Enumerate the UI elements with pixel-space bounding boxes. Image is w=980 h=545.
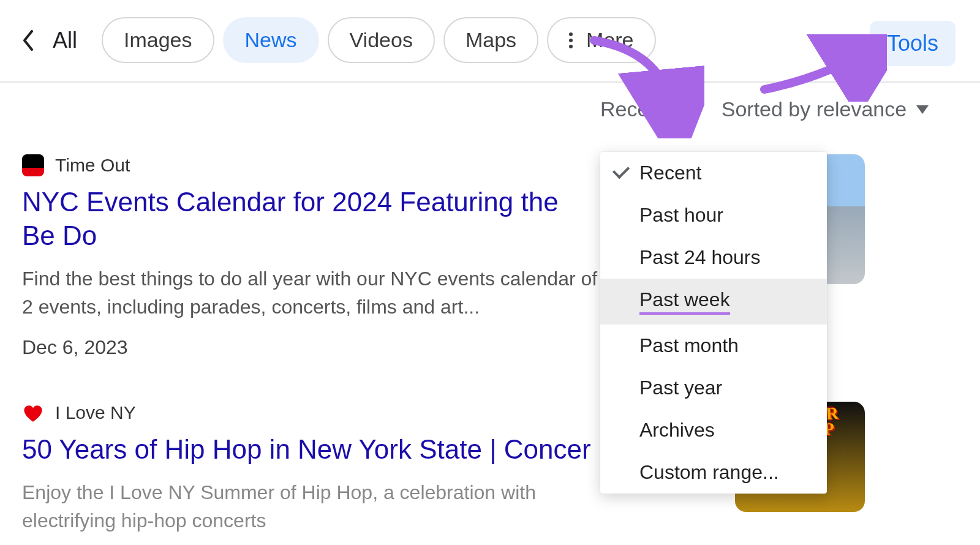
dd-option-label: Past 24 hours [639, 246, 760, 269]
tab-news-label: News [245, 28, 297, 52]
result-snippet: Enjoy the I Love NY Summer of Hip Hop, a… [22, 478, 610, 535]
results-list: Time Out NYC Events Calendar for 2024 Fe… [0, 154, 980, 535]
source-icon [22, 402, 44, 424]
filters-row: Recent Sorted by relevance [600, 83, 980, 136]
caret-down-icon [676, 105, 688, 114]
dd-option-label: Past week [639, 288, 730, 315]
back-button[interactable] [16, 28, 40, 53]
dd-option-past-week[interactable]: Past week [600, 279, 827, 325]
source-icon [22, 154, 44, 176]
dd-option-label: Recent [639, 162, 701, 184]
search-tabs: All Images News Videos Maps More Tools [0, 0, 980, 83]
tab-all[interactable]: All [53, 28, 77, 53]
result-title[interactable]: NYC Events Calendar for 2024 Featuring t… [22, 185, 598, 252]
tab-news[interactable]: News [223, 17, 319, 63]
result-snippet: Find the best things to do all year with… [22, 265, 610, 321]
caret-down-icon [916, 105, 929, 114]
tab-videos[interactable]: Videos [328, 17, 435, 63]
dd-option-label: Archives [639, 419, 715, 442]
dd-option-recent[interactable]: Recent [600, 152, 827, 194]
dd-option-label: Past year [639, 377, 722, 399]
sort-filter[interactable]: Sorted by relevance [722, 97, 929, 121]
more-dots-icon [569, 32, 573, 48]
dd-option-past-year[interactable]: Past year [600, 367, 827, 409]
tools-button[interactable]: Tools [870, 21, 956, 66]
sort-filter-label: Sorted by relevance [722, 97, 907, 121]
result-title[interactable]: 50 Years of Hip Hop in New York State | … [22, 432, 598, 466]
dd-option-label: Past hour [639, 204, 723, 227]
dd-option-label: Past month [639, 334, 739, 357]
tab-more-label: More [586, 28, 633, 52]
recent-filter[interactable]: Recent [600, 97, 688, 121]
tab-videos-label: Videos [350, 28, 413, 52]
tab-more[interactable]: More [547, 17, 655, 63]
dd-option-label: Custom range... [639, 461, 779, 484]
dd-option-past-month[interactable]: Past month [600, 325, 827, 367]
tab-maps[interactable]: Maps [443, 17, 538, 63]
tab-images-label: Images [124, 28, 192, 52]
source-name: Time Out [55, 155, 130, 176]
tab-images[interactable]: Images [102, 17, 214, 63]
source-name: I Love NY [55, 402, 136, 423]
dd-option-past-24-hours[interactable]: Past 24 hours [600, 236, 827, 279]
dd-option-past-hour[interactable]: Past hour [600, 194, 827, 236]
tab-maps-label: Maps [466, 28, 516, 52]
dd-option-custom-range[interactable]: Custom range... [600, 451, 827, 494]
recent-filter-label: Recent [600, 97, 666, 121]
dd-option-archives[interactable]: Archives [600, 409, 827, 451]
time-filter-dropdown: Recent Past hour Past 24 hours Past week… [600, 152, 827, 494]
